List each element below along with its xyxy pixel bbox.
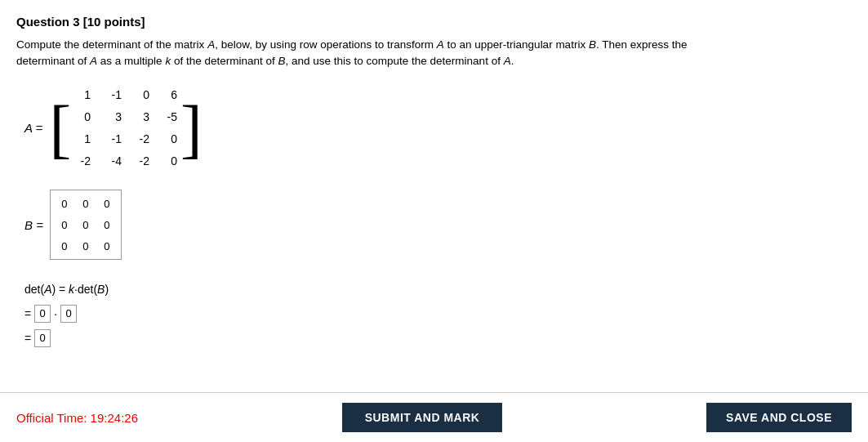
matrix-a-label: A = [24,121,42,135]
det-line2-equals: = [24,302,31,325]
a-cell-0-3: 6 [158,85,177,105]
det-line1-text: det(A) = k·det(B) [24,278,109,301]
b-cell-2-0[interactable] [56,236,73,256]
footer: Official Time: 19:24:26 SUBMIT AND MARK … [0,392,868,442]
a-cell-0-0: 1 [74,85,91,105]
save-and-close-button[interactable]: SAVE AND CLOSE [706,403,852,432]
a-cell-2-0: 1 [74,129,91,150]
det-line-3: = 0 [24,327,852,350]
matrix-b-label: B = [24,218,43,232]
matrix-b-section: B = [24,190,852,260]
desc-line2: determinant of A as a multiple k of the … [16,55,514,67]
a-cell-3-3: 0 [158,151,177,172]
official-time-clock: 19:24:26 [91,411,138,425]
submit-and-mark-button[interactable]: SUBMIT AND MARK [342,403,503,432]
a-cell-3-2: -2 [130,151,149,172]
a-cell-1-0: 0 [74,107,91,127]
b-row-0 [56,194,116,213]
footer-center: SUBMIT AND MARK [342,403,503,432]
a-cell-2-1: -1 [99,129,122,150]
a-cell-3-0: -2 [74,151,91,172]
det-result-box[interactable]: 0 [34,329,51,347]
official-time: Official Time: 19:24:26 [16,411,138,425]
b-cell-0-1[interactable] [77,194,95,213]
a-cell-1-2: 3 [130,107,149,127]
det-section: det(A) = k·det(B) = 0 · 0 = 0 [24,278,852,350]
a-cell-1-1: 3 [99,107,122,127]
main-content: Question 3 [10 points] Compute the deter… [0,0,868,392]
det-line-1: det(A) = k·det(B) [24,278,852,301]
a-cell-0-2: 0 [130,85,149,105]
b-cell-1-1[interactable] [77,215,95,234]
b-cell-0-0[interactable] [56,194,73,213]
matrix-a-wrapper: [ 1 -1 0 6 0 3 3 -5 1 -1 -2 0 -2 -4 -2 0… [49,85,202,172]
desc-line1: Compute the determinant of the matrix A,… [16,38,687,51]
matrix-b-grid [56,194,116,256]
b-cell-1-2[interactable] [98,215,116,234]
det-detb-box[interactable]: 0 [60,305,77,323]
question-title: Question 3 [10 points] [16,15,852,29]
b-cell-2-1[interactable] [77,236,95,256]
question-description: Compute the determinant of the matrix A,… [16,37,800,70]
a-cell-2-2: -2 [130,129,149,150]
b-row-1 [56,215,116,234]
det-k-box[interactable]: 0 [34,305,51,323]
a-cell-3-1: -4 [99,151,122,172]
matrix-a-bracket-left: [ [49,96,71,161]
matrix-a-grid: 1 -1 0 6 0 3 3 -5 1 -1 -2 0 -2 -4 -2 0 [74,85,177,172]
a-cell-0-1: -1 [99,85,122,105]
a-cell-2-3: 0 [158,129,177,150]
det-dot: · [54,302,57,325]
b-cell-0-2[interactable] [98,194,116,213]
matrix-a-section: A = [ 1 -1 0 6 0 3 3 -5 1 -1 -2 0 -2 -4 … [24,85,852,172]
b-cell-2-2[interactable] [98,236,116,256]
official-time-label: Official Time: [16,411,87,425]
a-cell-1-3: -5 [158,107,177,127]
b-row-2 [56,236,116,256]
det-line3-equals: = [24,327,31,350]
b-cell-1-0[interactable] [56,215,73,234]
matrix-a-bracket-right: ] [180,96,203,161]
det-line-2: = 0 · 0 [24,302,852,325]
matrix-b-inner [50,190,122,260]
